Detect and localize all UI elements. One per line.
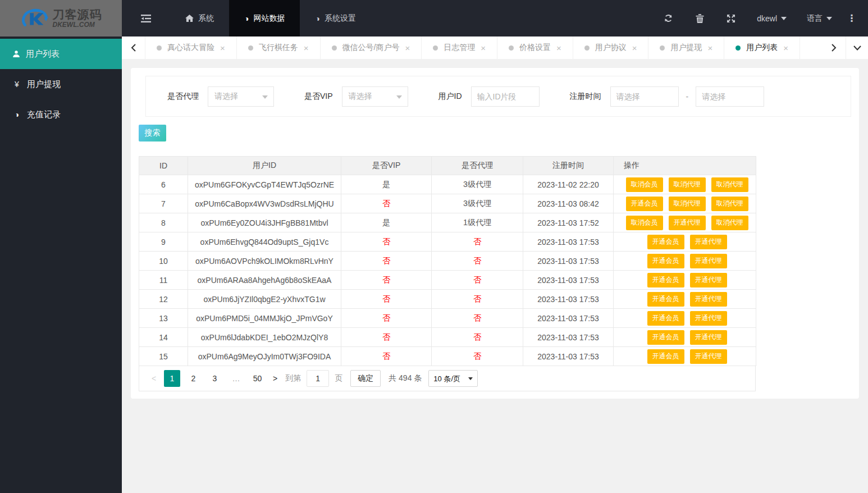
reg-time-end-input[interactable] — [696, 86, 764, 107]
cell-reg-time: 2023-11-03 08:42 — [523, 194, 614, 213]
page-number-button[interactable]: 3 — [207, 370, 223, 387]
half-circle-icon: ◑ — [12, 110, 21, 119]
clear-cache-button[interactable] — [684, 0, 715, 36]
vip-filter-select[interactable]: 请选择 — [342, 86, 408, 107]
table-row: 7 oxPUm6CaBopx4WV3wDsdRsLMjQHU 否 3级代理 20… — [139, 194, 756, 213]
cell-id: 8 — [139, 213, 188, 232]
cell-actions: 开通会员开通代理 — [614, 271, 756, 290]
row-action-button[interactable]: 取消代理 — [669, 197, 706, 211]
user-id-input[interactable] — [471, 86, 540, 107]
page-size-select[interactable]: 10 条/页 — [428, 370, 478, 387]
row-action-button[interactable]: 取消代理 — [711, 177, 748, 192]
row-action-button[interactable]: 开通会员 — [647, 292, 684, 307]
search-button[interactable]: 搜索 — [139, 125, 166, 141]
row-action-button[interactable]: 开通会员 — [626, 197, 663, 211]
page-unit-label: 页 — [335, 373, 342, 384]
trash-icon — [696, 14, 704, 23]
row-action-button[interactable]: 开通代理 — [690, 330, 727, 345]
page-number-button[interactable]: 1 — [164, 370, 180, 387]
tabs-menu-button[interactable] — [846, 36, 868, 59]
nav-item-site-data[interactable]: ◑网站数据 — [229, 0, 300, 36]
nav-item-system[interactable]: 系统 — [170, 0, 229, 36]
cell-user-id: oxPUm6PMD5i_04MMJkjO_JPmVGoY — [188, 309, 341, 328]
tab-user-list[interactable]: 用户列表 × — [724, 36, 800, 59]
row-action-button[interactable]: 取消会员 — [626, 216, 663, 230]
tab-log-manage[interactable]: 日志管理 × — [422, 36, 497, 59]
row-action-button[interactable]: 取消会员 — [626, 177, 663, 192]
row-action-button[interactable]: 开通代理 — [690, 235, 727, 249]
fullscreen-icon — [727, 14, 735, 23]
tab-status-dot-icon — [735, 45, 741, 51]
row-action-button[interactable]: 开通代理 — [690, 254, 727, 268]
sidebar-item-user-withdraw[interactable]: ¥用户提现 — [0, 69, 122, 99]
row-action-button[interactable]: 开通会员 — [647, 311, 684, 326]
row-action-button[interactable]: 开通会员 — [647, 273, 684, 287]
sidebar-toggle-button[interactable] — [122, 0, 170, 36]
table-row: 14 oxPUm6lJdabKDEI_1ebO2MJzQlY8 否 否 2023… — [139, 328, 756, 347]
half-circle-icon: ◑ — [244, 14, 249, 23]
tab-user-agreement[interactable]: 用户协议 × — [573, 36, 649, 59]
tab-status-dot-icon — [248, 45, 253, 51]
row-action-button[interactable]: 开通代理 — [690, 311, 727, 326]
tab-truth-or-dare[interactable]: 真心话大冒险 × — [145, 36, 237, 59]
half-circle-icon: ◑ — [315, 14, 319, 23]
tab-price-setting[interactable]: 价格设置 × — [497, 36, 573, 59]
sidebar-item-recharge-records[interactable]: ◑充值记录 — [0, 99, 122, 130]
next-page-button[interactable]: > — [273, 374, 277, 383]
reg-time-start-input[interactable] — [610, 86, 679, 107]
tab-close-icon[interactable]: × — [304, 43, 309, 53]
row-action-button[interactable]: 取消代理 — [669, 177, 706, 192]
more-menu-button[interactable]: ⋮ — [842, 0, 861, 36]
agent-filter-select[interactable]: 请选择 — [208, 86, 274, 107]
row-action-button[interactable]: 开通代理 — [690, 349, 727, 364]
chevron-down-icon — [781, 17, 787, 20]
refresh-button[interactable] — [652, 0, 684, 36]
cell-user-id: oxPUm6GFOKyvCGpT4EWTJq5OzrNE — [188, 175, 341, 194]
sidebar-item-user-list[interactable]: 用户列表 — [0, 39, 122, 69]
tab-close-icon[interactable]: × — [707, 43, 712, 53]
row-action-button[interactable]: 开通会员 — [647, 235, 684, 249]
row-action-button[interactable]: 开通代理 — [690, 292, 727, 307]
language-dropdown[interactable]: 语言 — [797, 0, 842, 36]
fullscreen-button[interactable] — [715, 0, 747, 36]
cell-actions: 开通会员开通代理 — [614, 252, 756, 271]
cell-reg-time: 2023-11-03 17:53 — [523, 290, 614, 309]
row-action-button[interactable]: 取消代理 — [711, 197, 748, 211]
tab-user-withdraw[interactable]: 用户提现 × — [648, 36, 724, 59]
cell-user-id: oxPUm6JjYZIl0qbgE2-yXhvxTG1w — [188, 290, 341, 309]
nav-item-system-settings[interactable]: ◑系统设置 — [300, 0, 371, 36]
tab-status-dot-icon — [660, 45, 665, 51]
kebab-icon: ⋮ — [847, 12, 857, 24]
tab-close-icon[interactable]: × — [632, 43, 637, 53]
tab-flight-chess-task[interactable]: 飞行棋任务 × — [237, 36, 321, 59]
user-dropdown[interactable]: dkewl — [747, 0, 797, 36]
row-action-button[interactable]: 开通会员 — [647, 349, 684, 364]
sidebar-item-label: 充值记录 — [27, 109, 61, 120]
tab-close-icon[interactable]: × — [481, 43, 486, 53]
chevron-down-icon — [826, 17, 832, 20]
cell-agent: 3级代理 — [432, 175, 523, 194]
cell-agent: 否 — [432, 309, 523, 328]
tab-close-icon[interactable]: × — [220, 43, 225, 53]
row-action-button[interactable]: 开通代理 — [690, 273, 727, 287]
goto-page-input[interactable] — [307, 370, 329, 387]
row-action-button[interactable]: 取消代理 — [711, 216, 748, 230]
tabs-scroll-left-button[interactable] — [122, 36, 145, 59]
cell-reg-time: 2023-11-03 17:53 — [523, 347, 614, 366]
row-action-button[interactable]: 开通代理 — [669, 216, 706, 230]
prev-page-button[interactable]: < — [149, 374, 158, 383]
page-number-button[interactable]: 50 — [249, 370, 266, 387]
tab-close-icon[interactable]: × — [405, 43, 410, 53]
column-header: 是否VIP — [341, 157, 432, 175]
row-action-button[interactable]: 开通会员 — [647, 254, 684, 268]
page-number-button[interactable]: 2 — [185, 370, 202, 387]
tabs-scroll-right-button[interactable] — [822, 36, 846, 59]
tab-close-icon[interactable]: × — [556, 43, 561, 53]
table-row: 8 oxPUm6Ey0ZOU4i3JHFgBB81Mtbvl 是 1级代理 20… — [139, 213, 756, 232]
row-action-button[interactable]: 开通会员 — [647, 330, 684, 345]
tab-close-icon[interactable]: × — [783, 43, 788, 53]
goto-confirm-button[interactable]: 确定 — [350, 370, 381, 387]
tab-status-dot-icon — [332, 45, 337, 51]
tab-wechat-merchant[interactable]: 微信公号/商户号 × — [321, 36, 422, 59]
cell-agent: 1级代理 — [432, 213, 523, 232]
